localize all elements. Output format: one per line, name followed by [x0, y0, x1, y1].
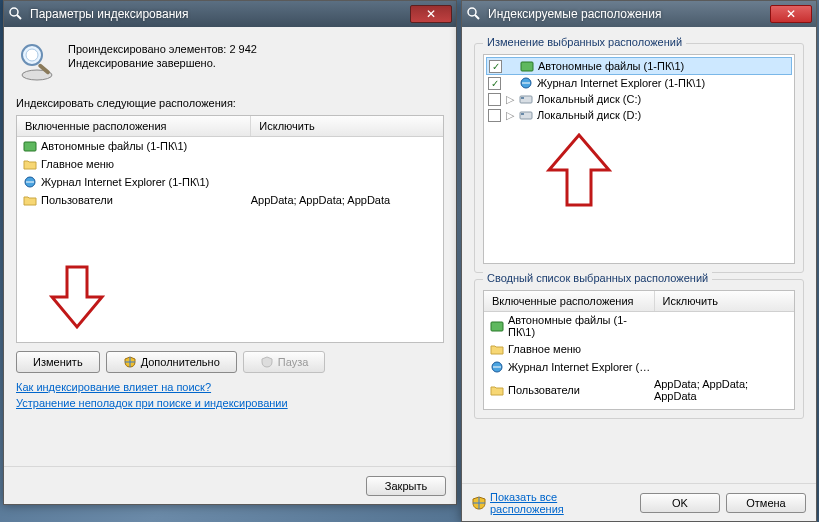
tree-item[interactable]: ▷ Локальный диск (D:)	[486, 107, 792, 123]
show-all-locations-link[interactable]: Показать все расположения	[490, 491, 632, 515]
close-button[interactable]: ✕	[410, 5, 452, 23]
locations-tree[interactable]: ✓ Автономные файлы (1-ПК\1) ✓ Журнал Int…	[483, 54, 795, 264]
red-arrow-down-icon	[47, 262, 107, 332]
col-included[interactable]: Включенные расположения	[17, 116, 251, 136]
locations-label: Индексировать следующие расположения:	[16, 97, 444, 109]
svg-rect-15	[521, 113, 524, 115]
cell: AppData; AppData; AppData	[251, 194, 437, 206]
svg-rect-10	[521, 62, 533, 71]
folder-icon	[490, 342, 504, 356]
magnifier-disk-icon	[16, 41, 58, 83]
table-row[interactable]: Журнал Internet Explorer (…	[484, 358, 794, 376]
titlebar[interactable]: Параметры индексирования ✕	[4, 1, 456, 27]
svg-rect-6	[24, 142, 36, 151]
expand-icon[interactable]: ▷	[505, 109, 515, 122]
tree-item[interactable]: ✓ Журнал Internet Explorer (1-ПК\1)	[486, 75, 792, 91]
folder-icon	[23, 157, 37, 171]
summary-group: Сводный список выбранных расположений Вк…	[474, 279, 804, 419]
col-included[interactable]: Включенные расположения	[484, 291, 655, 311]
shield-icon	[472, 496, 486, 510]
cancel-button[interactable]: Отмена	[726, 493, 806, 513]
disk-icon	[519, 92, 533, 106]
cell: Автономные файлы (1-ПК\1)	[508, 314, 654, 338]
svg-point-0	[10, 8, 18, 16]
shield-icon	[123, 355, 137, 369]
group-title: Сводный список выбранных расположений	[483, 272, 712, 284]
tree-label: Локальный диск (C:)	[537, 93, 641, 105]
svg-line-9	[475, 15, 479, 19]
dialog-body: Проиндексировано элементов: 2 942 Индекс…	[4, 27, 456, 423]
tree-item[interactable]: ▷ Локальный диск (C:)	[486, 91, 792, 107]
col-exclude[interactable]: Исключить	[251, 116, 443, 136]
tree-item[interactable]: ✓ Автономные файлы (1-ПК\1)	[486, 57, 792, 75]
tree-label: Автономные файлы (1-ПК\1)	[538, 60, 684, 72]
ie-icon	[490, 360, 504, 374]
folder-icon	[490, 383, 504, 397]
table-row[interactable]: Автономные файлы (1-ПК\1)	[17, 137, 443, 155]
cell: Пользователи	[508, 384, 580, 396]
ok-button[interactable]: OK	[640, 493, 720, 513]
locations-table: Включенные расположения Исключить Автоно…	[16, 115, 444, 343]
checkbox-checked[interactable]: ✓	[489, 60, 502, 73]
dialog-body: Изменение выбранных расположений ✓ Автон…	[462, 27, 816, 435]
titlebar[interactable]: Индексируемые расположения ✕	[462, 1, 816, 27]
help-link-how[interactable]: Как индексирование влияет на поиск?	[16, 381, 444, 393]
close-button[interactable]: ✕	[770, 5, 812, 23]
expand-icon[interactable]: ▷	[505, 93, 515, 106]
table-row[interactable]: Пользователи AppData; AppData; AppData	[17, 191, 443, 209]
folder-icon	[23, 193, 37, 207]
search-gear-icon	[466, 6, 482, 22]
svg-rect-13	[521, 97, 524, 99]
svg-point-4	[26, 49, 38, 61]
cell: Главное меню	[508, 343, 581, 355]
cell: Пользователи	[41, 194, 113, 206]
red-arrow-up-icon	[544, 130, 614, 210]
col-exclude[interactable]: Исключить	[655, 291, 795, 311]
offline-files-icon	[23, 139, 37, 153]
table-row[interactable]: Пользователи AppData; AppData; AppData	[484, 376, 794, 404]
cell: Автономные файлы (1-ПК\1)	[41, 140, 187, 152]
ie-icon	[519, 76, 533, 90]
summary-table: Включенные расположения Исключить Автоно…	[483, 290, 795, 410]
tree-label: Локальный диск (D:)	[537, 109, 641, 121]
tree-label: Журнал Internet Explorer (1-ПК\1)	[537, 77, 705, 89]
table-row[interactable]: Главное меню	[484, 340, 794, 358]
svg-point-8	[468, 8, 476, 16]
table-row[interactable]: Автономные файлы (1-ПК\1)	[484, 312, 794, 340]
dialog-title: Индексируемые расположения	[488, 7, 770, 21]
change-locations-group: Изменение выбранных расположений ✓ Автон…	[474, 43, 804, 273]
search-gear-icon	[8, 6, 24, 22]
help-link-troubleshoot[interactable]: Устранение неполадок при поиске и индекс…	[16, 397, 444, 409]
cell: AppData; AppData; AppData	[654, 378, 788, 402]
pause-button: Пауза	[243, 351, 326, 373]
checkbox-checked[interactable]: ✓	[488, 77, 501, 90]
table-row[interactable]: Журнал Internet Explorer (1-ПК\1)	[17, 173, 443, 191]
close-dialog-button[interactable]: Закрыть	[366, 476, 446, 496]
offline-files-icon	[520, 59, 534, 73]
dialog-title: Параметры индексирования	[30, 7, 410, 21]
svg-rect-16	[491, 322, 503, 331]
ie-icon	[23, 175, 37, 189]
indexing-complete: Индексирование завершено.	[68, 57, 257, 69]
cell: Журнал Internet Explorer (…	[508, 361, 650, 373]
status-text: Проиндексировано элементов: 2 942 Индекс…	[68, 41, 257, 71]
svg-line-1	[17, 15, 21, 19]
shield-icon	[260, 355, 274, 369]
modify-button[interactable]: Изменить	[16, 351, 100, 373]
indexing-options-dialog: Параметры индексирования ✕ Проиндексиров…	[3, 0, 457, 505]
offline-files-icon	[490, 319, 504, 333]
table-row[interactable]: Главное меню	[17, 155, 443, 173]
cell: Главное меню	[41, 158, 114, 170]
advanced-button[interactable]: Дополнительно	[106, 351, 237, 373]
checkbox-unchecked[interactable]	[488, 109, 501, 122]
cell: Журнал Internet Explorer (1-ПК\1)	[41, 176, 209, 188]
group-title: Изменение выбранных расположений	[483, 36, 686, 48]
checkbox-unchecked[interactable]	[488, 93, 501, 106]
indexed-count: Проиндексировано элементов: 2 942	[68, 43, 257, 55]
disk-icon	[519, 108, 533, 122]
indexed-locations-dialog: Индексируемые расположения ✕ Изменение в…	[461, 0, 817, 522]
